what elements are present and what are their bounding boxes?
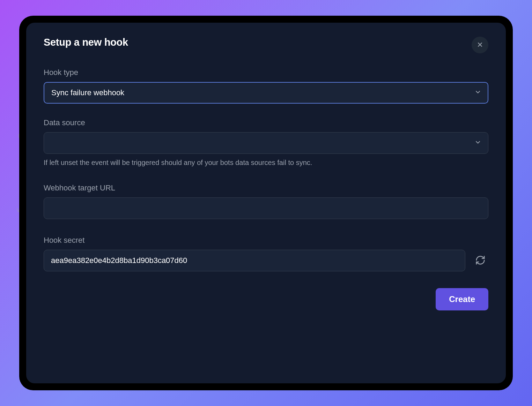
webhook-url-label: Webhook target URL xyxy=(44,183,488,193)
close-icon xyxy=(476,41,483,49)
webhook-url-group: Webhook target URL xyxy=(44,183,488,219)
hook-secret-label: Hook secret xyxy=(44,236,488,245)
hook-secret-row xyxy=(44,250,488,271)
hook-secret-input[interactable] xyxy=(44,250,465,271)
regenerate-secret-button[interactable] xyxy=(472,252,488,269)
hook-type-group: Hook type Sync failure webhook xyxy=(44,68,488,104)
data-source-helper-text: If left unset the event will be triggere… xyxy=(44,159,488,167)
hook-setup-modal: Setup a new hook Hook type Sync failure … xyxy=(26,23,506,383)
hook-type-label: Hook type xyxy=(44,68,488,77)
close-button[interactable] xyxy=(472,37,488,53)
webhook-url-input[interactable] xyxy=(44,197,488,219)
hook-type-selected-value: Sync failure webhook xyxy=(51,88,124,97)
data-source-label: Data source xyxy=(44,118,488,127)
modal-header: Setup a new hook xyxy=(44,37,488,53)
data-source-group: Data source If left unset the event will… xyxy=(44,118,488,167)
modal-footer: Create xyxy=(44,288,488,310)
hook-type-select-wrapper: Sync failure webhook xyxy=(44,82,488,104)
hook-type-select[interactable]: Sync failure webhook xyxy=(44,82,488,104)
hook-secret-group: Hook secret xyxy=(44,236,488,271)
modal-title: Setup a new hook xyxy=(44,37,128,48)
refresh-icon xyxy=(475,255,486,266)
modal-outer-frame: Setup a new hook Hook type Sync failure … xyxy=(19,16,513,390)
data-source-select-wrapper xyxy=(44,132,488,154)
data-source-select[interactable] xyxy=(44,132,488,154)
create-button[interactable]: Create xyxy=(436,288,488,310)
